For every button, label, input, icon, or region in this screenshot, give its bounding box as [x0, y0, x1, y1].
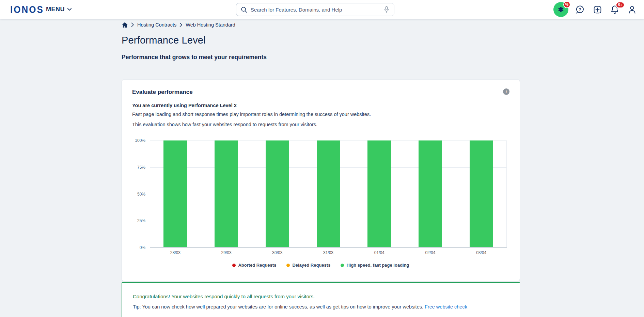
chart-bar-segment: [367, 140, 391, 247]
add-button[interactable]: [592, 4, 603, 15]
top-bar: IONOS MENU ✱ % ?: [0, 0, 644, 19]
chart-bar-segment: [215, 140, 238, 247]
add-icon: [593, 5, 602, 14]
chevron-right-icon: [131, 22, 134, 27]
chart-bar: [215, 140, 238, 247]
legend-label: Delayed Requests: [292, 263, 330, 268]
chevron-down-icon: [67, 8, 72, 11]
mic-icon[interactable]: [382, 5, 391, 14]
chart-column: [252, 140, 303, 247]
chart-bar: [317, 140, 340, 247]
breadcrumb: Hosting Contracts Web Hosting Standard: [122, 22, 235, 28]
description-line-2: This evaluation shows how fast your webs…: [132, 122, 509, 128]
chart-y-axis: 100%75%50%25%0%: [132, 140, 150, 248]
page-title: Performance Level: [122, 35, 206, 46]
chart-bar: [367, 140, 391, 247]
chevron-right-icon: [179, 22, 183, 27]
legend-item[interactable]: Aborted Requests: [232, 263, 276, 268]
y-tick-label: 0%: [140, 245, 145, 250]
legend-item[interactable]: High speed, fast page loading: [341, 263, 409, 268]
y-tick-label: 75%: [137, 165, 145, 170]
user-icon: [627, 5, 637, 14]
legend-dot: [341, 264, 344, 267]
chart-bar-segment: [266, 140, 289, 247]
y-tick-label: 25%: [137, 218, 145, 223]
chart-x-labels: 28/0329/0330/0331/0301/0402/0403/04: [150, 250, 507, 255]
x-tick-label: 02/04: [405, 250, 456, 255]
chart-column: [201, 140, 252, 247]
chart-column: [405, 140, 456, 247]
notifications-button[interactable]: 5+: [609, 4, 621, 15]
help-button[interactable]: ?: [574, 4, 586, 15]
chart-column: [150, 140, 201, 247]
info-icon[interactable]: i: [503, 88, 509, 95]
breadcrumb-link-web-hosting-standard[interactable]: Web Hosting Standard: [186, 22, 235, 28]
search-input[interactable]: [251, 7, 382, 13]
notifications-badge: 5+: [616, 2, 625, 8]
chart-column: [303, 140, 354, 247]
chart-legend: Aborted RequestsDelayed RequestsHigh spe…: [132, 263, 509, 268]
menu-label: MENU: [46, 6, 65, 13]
account-button[interactable]: [626, 4, 638, 15]
current-level-text: You are currently using Performance Leve…: [132, 103, 509, 109]
chart-column: [354, 140, 405, 247]
tip-text: Tip: You can now check how well prepared…: [133, 304, 423, 310]
chart-bar-segment: [419, 140, 442, 247]
chart-bar: [163, 140, 187, 247]
help-chat-icon: ?: [575, 5, 585, 14]
x-tick-label: 30/03: [252, 250, 303, 255]
home-icon[interactable]: [122, 22, 128, 28]
y-tick-label: 50%: [137, 192, 145, 197]
free-website-check-link[interactable]: Free website check: [425, 304, 467, 310]
legend-label: High speed, fast page loading: [346, 263, 409, 268]
ionos-logo[interactable]: IONOS: [10, 4, 44, 16]
legend-dot: [232, 264, 236, 267]
top-icons-group: ✱ % ? 5+: [553, 2, 638, 17]
x-tick-label: 31/03: [303, 250, 354, 255]
search-bar[interactable]: [236, 3, 394, 16]
breadcrumb-link-hosting-contracts[interactable]: Hosting Contracts: [137, 22, 176, 28]
chart-bar-segment: [470, 140, 493, 247]
chart-bar: [419, 140, 442, 247]
deals-badge: %: [563, 1, 570, 8]
menu-button[interactable]: MENU: [46, 6, 72, 13]
chart-bar: [470, 140, 493, 247]
legend-dot: [286, 264, 290, 267]
svg-text:?: ?: [579, 7, 581, 12]
legend-item[interactable]: Delayed Requests: [286, 263, 330, 268]
x-tick-label: 29/03: [201, 250, 252, 255]
legend-label: Aborted Requests: [238, 263, 276, 268]
page-subtitle: Performance that grows to meet your requ…: [122, 54, 267, 61]
y-tick-label: 100%: [135, 138, 145, 143]
x-tick-label: 28/03: [150, 250, 201, 255]
x-tick-label: 01/04: [354, 250, 405, 255]
description-line-1: Fast page loading and short response tim…: [132, 112, 509, 117]
performance-card: Evaluate performance i You are currently…: [122, 79, 520, 281]
deals-button[interactable]: ✱ %: [553, 2, 568, 17]
card-title: Evaluate performance: [132, 88, 193, 96]
chart-bar-segment: [163, 140, 187, 247]
alert-box: Congratulations! Your websites respond q…: [122, 282, 520, 317]
chart-bar-segment: [317, 140, 340, 247]
search-icon: [240, 6, 248, 13]
x-tick-label: 03/04: [456, 250, 507, 255]
chart-plot: [150, 140, 507, 248]
deals-star-icon: ✱: [558, 6, 564, 13]
congratulations-text: Congratulations! Your websites respond q…: [133, 294, 509, 300]
chart-columns: [150, 140, 507, 247]
chart-bar: [266, 140, 289, 247]
chart-column: [456, 140, 507, 247]
performance-chart: 100%75%50%25%0%: [132, 140, 509, 248]
